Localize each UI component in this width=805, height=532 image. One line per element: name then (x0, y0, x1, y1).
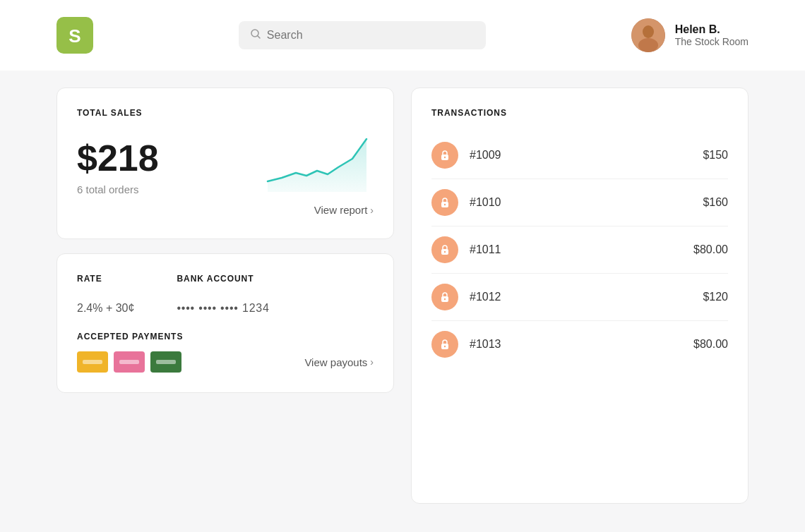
transaction-item: #1010 $160 (431, 179, 728, 226)
payments-row: View payouts › (77, 351, 374, 373)
search-icon (250, 28, 261, 42)
transaction-amount: $80.00 (693, 338, 728, 351)
lock-icon-wrap (431, 189, 458, 216)
payment-card-green (150, 351, 181, 373)
lock-icon (439, 243, 451, 256)
transaction-id: #1009 (470, 149, 703, 162)
transaction-item: #1013 $80.00 (431, 321, 728, 368)
search-bar[interactable] (239, 21, 486, 49)
transaction-item: #1011 $80.00 (431, 226, 728, 274)
main-content: TOTAL SALES $218 6 total orders (0, 71, 805, 532)
lock-icon-wrap (431, 236, 458, 263)
lock-icon-wrap (431, 331, 458, 358)
transaction-item: #1012 $120 (431, 274, 728, 321)
view-report-chevron: › (370, 205, 374, 216)
sales-amount: $218 (77, 140, 159, 176)
rate-section: RATE 2.4% + 30¢ (77, 274, 134, 315)
transaction-amount: $160 (703, 196, 728, 209)
logo-area: S (56, 17, 93, 54)
rate-value: 2.4% + 30¢ (77, 302, 134, 315)
card-stripe-green (156, 360, 176, 364)
view-payouts-chevron: › (370, 356, 374, 368)
transaction-amount: $80.00 (693, 243, 728, 256)
rate-title: RATE (77, 274, 134, 284)
lock-icon (439, 149, 451, 162)
svg-point-10 (444, 204, 446, 205)
left-column: TOTAL SALES $218 6 total orders (56, 87, 394, 504)
user-info: Helen B. The Stock Room (675, 23, 749, 47)
shopify-logo: S (56, 17, 93, 54)
payment-card-pink (114, 351, 145, 373)
svg-point-12 (444, 251, 446, 253)
user-name: Helen B. (675, 23, 749, 36)
transaction-id: #1010 (470, 196, 703, 209)
transaction-id: #1013 (470, 338, 693, 351)
bank-title: BANK ACCOUNT (177, 274, 269, 284)
sales-chart (261, 132, 374, 195)
bank-value: •••• •••• •••• 1234 (177, 302, 269, 315)
transaction-list: #1009 $150 #1010 $160 #1011 $80.00 (431, 132, 728, 368)
svg-line-3 (257, 36, 260, 39)
sales-left: $218 6 total orders (77, 140, 159, 195)
lock-icon (439, 291, 451, 303)
rate-bank-row: RATE 2.4% + 30¢ BANK ACCOUNT •••• •••• •… (77, 274, 374, 315)
transaction-amount: $150 (703, 149, 728, 162)
svg-point-5 (643, 25, 654, 38)
transactions-card: TRANSACTIONS #1009 $150 #1010 $160 (411, 87, 749, 504)
payment-card-yellow (77, 351, 108, 373)
view-report-link[interactable]: View report › (314, 204, 374, 219)
avatar (631, 18, 665, 52)
total-sales-card: TOTAL SALES $218 6 total orders (56, 87, 394, 239)
chart-svg (261, 132, 374, 195)
transaction-id: #1012 (470, 291, 703, 303)
svg-point-6 (638, 38, 658, 52)
card-stripe-yellow (83, 360, 102, 364)
svg-point-8 (444, 157, 446, 158)
lock-icon-wrap (431, 284, 458, 310)
right-column: TRANSACTIONS #1009 $150 #1010 $160 (411, 87, 749, 504)
accepted-payments-title: ACCEPTED PAYMENTS (77, 332, 374, 341)
svg-point-16 (444, 346, 446, 347)
search-input[interactable] (267, 29, 475, 42)
user-area: Helen B. The Stock Room (631, 18, 749, 52)
user-shop: The Stock Room (675, 36, 749, 47)
card-stripe-pink (119, 360, 139, 364)
transaction-amount: $120 (703, 291, 728, 303)
svg-text:S: S (68, 25, 80, 47)
app-header: S Helen B. The Stock Room (0, 0, 805, 71)
view-payouts-link[interactable]: View payouts › (304, 356, 374, 368)
sales-orders: 6 total orders (77, 183, 159, 195)
avatar-image (631, 18, 665, 52)
transactions-title: TRANSACTIONS (431, 108, 728, 118)
bank-section: BANK ACCOUNT •••• •••• •••• 1234 (177, 274, 269, 315)
lock-icon (439, 338, 451, 351)
lock-icon-wrap (431, 142, 458, 169)
lock-icon (439, 196, 451, 209)
transaction-item: #1009 $150 (431, 132, 728, 179)
rate-bank-card: RATE 2.4% + 30¢ BANK ACCOUNT •••• •••• •… (56, 253, 394, 393)
sales-body: $218 6 total orders (77, 132, 374, 195)
total-sales-title: TOTAL SALES (77, 108, 374, 118)
transaction-id: #1011 (470, 243, 693, 256)
payment-cards (77, 351, 181, 373)
svg-point-14 (444, 298, 446, 300)
